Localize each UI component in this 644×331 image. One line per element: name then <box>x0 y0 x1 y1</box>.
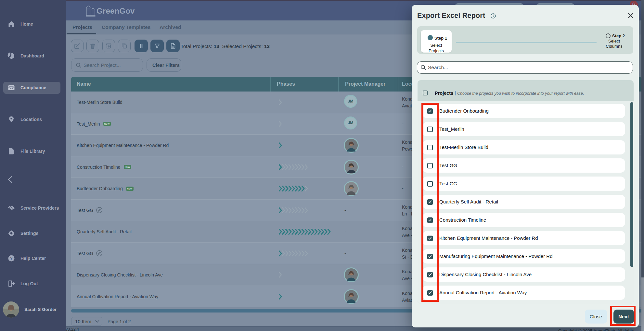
svg-text:?: ? <box>10 256 12 261</box>
